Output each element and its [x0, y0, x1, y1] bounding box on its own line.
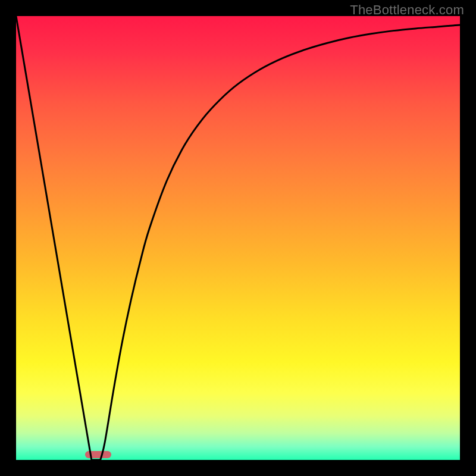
chart-frame: TheBottleneck.com	[0, 0, 476, 476]
bottleneck-curve	[16, 16, 460, 460]
attribution-label: TheBottleneck.com	[350, 2, 464, 18]
curve-layer	[16, 16, 460, 460]
plot-area	[16, 16, 460, 460]
